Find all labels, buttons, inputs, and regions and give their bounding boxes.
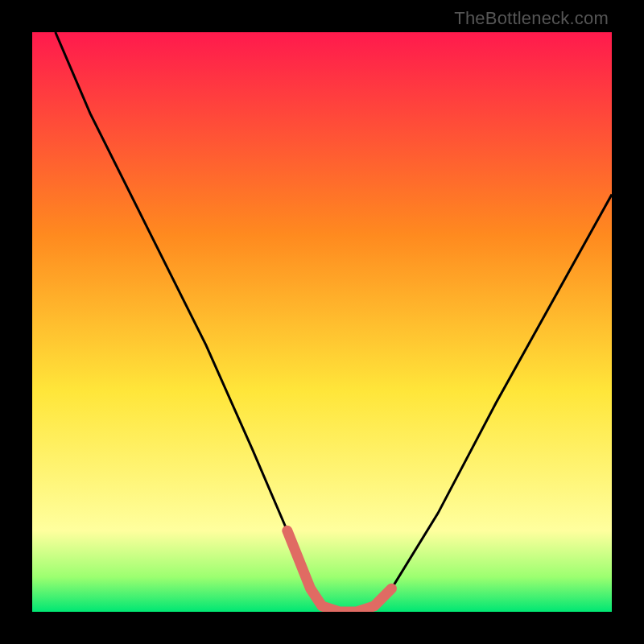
watermark-text: TheBottleneck.com bbox=[454, 8, 609, 29]
curve-line-icon bbox=[56, 32, 612, 612]
bottleneck-curve bbox=[32, 32, 612, 612]
chart-plot-area bbox=[32, 32, 612, 612]
accent-segment-icon bbox=[287, 530, 392, 612]
chart-frame: TheBottleneck.com bbox=[0, 0, 644, 644]
